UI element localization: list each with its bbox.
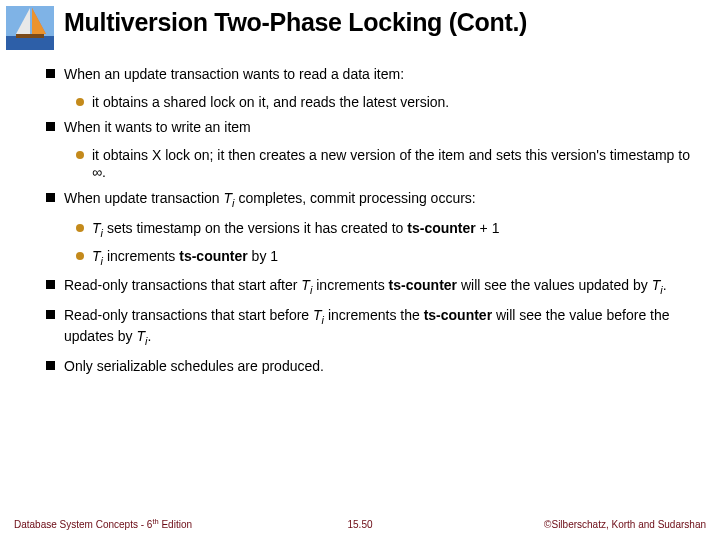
subbullet-shared-lock: it obtains a shared lock on it, and read… (76, 94, 690, 112)
text: . (663, 277, 667, 293)
text: . (102, 164, 106, 180)
text: T (92, 248, 101, 264)
text: increments the (324, 307, 424, 323)
text: sets timestamp on the versions it has cr… (103, 220, 407, 236)
bullet-readonly-after: Read-only transactions that start after … (46, 277, 690, 297)
subbullet-inc-ts: Ti increments ts-counter by 1 (76, 248, 690, 268)
text: by 1 (248, 248, 278, 264)
svg-rect-5 (16, 34, 44, 38)
slide: Multiversion Two-Phase Locking (Cont.) W… (0, 0, 720, 540)
footer-right: ©Silberschatz, Korth and Sudarshan (544, 519, 706, 530)
bullet-readonly-before: Read-only transactions that start before… (46, 307, 690, 348)
sailboat-icon (6, 6, 54, 50)
text: When it wants to write an item (64, 119, 251, 135)
text: T (224, 190, 233, 206)
ts-counter: ts-counter (389, 277, 457, 293)
bullet-read: When an update transaction wants to read… (46, 66, 690, 84)
text: When an update transaction wants to read… (64, 66, 404, 82)
ts-counter: ts-counter (424, 307, 492, 323)
text: + 1 (476, 220, 500, 236)
text: it obtains X lock on; it then creates a … (92, 147, 690, 163)
text: Read-only transactions that start after (64, 277, 301, 293)
text: T (313, 307, 322, 323)
body-content: When an update transaction wants to read… (46, 66, 690, 386)
bullet-serializable: Only serializable schedules are produced… (46, 358, 690, 376)
text: Read-only transactions that start before (64, 307, 313, 323)
text: T (301, 277, 310, 293)
page-title: Multiversion Two-Phase Locking (Cont.) (64, 8, 710, 37)
text: When update transaction (64, 190, 224, 206)
text: increments (312, 277, 388, 293)
text: T (136, 328, 145, 344)
subbullet-x-lock: it obtains X lock on; it then creates a … (76, 147, 690, 182)
infinity-symbol: ∞ (92, 164, 102, 180)
text: completes, commit processing occurs: (235, 190, 476, 206)
text: . (147, 328, 151, 344)
ts-counter: ts-counter (179, 248, 247, 264)
bullet-write: When it wants to write an item (46, 119, 690, 137)
svg-rect-1 (6, 36, 54, 50)
text: will see the values updated by (457, 277, 652, 293)
ts-counter: ts-counter (407, 220, 475, 236)
subbullet-set-ts: Ti sets timestamp on the versions it has… (76, 220, 690, 240)
text: increments (103, 248, 179, 264)
text: Only serializable schedules are produced… (64, 358, 324, 374)
text: T (652, 277, 661, 293)
text: T (92, 220, 101, 236)
bullet-commit: When update transaction Ti completes, co… (46, 190, 690, 210)
text: it obtains a shared lock on it, and read… (92, 94, 449, 110)
